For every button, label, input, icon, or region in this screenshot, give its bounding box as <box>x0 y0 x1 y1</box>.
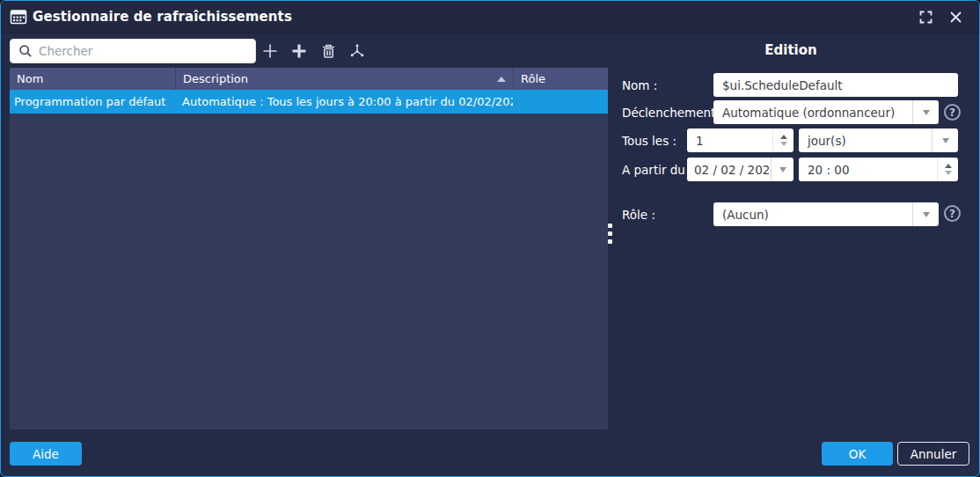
arrow-up-icon[interactable] <box>945 164 952 168</box>
nom-input[interactable] <box>713 77 958 93</box>
stepper-arrows[interactable] <box>772 128 794 152</box>
add-bold-icon[interactable] <box>289 40 310 62</box>
search-box[interactable] <box>10 39 256 63</box>
edition-panel-title: Edition <box>617 42 965 58</box>
role-value: (Aucun) <box>713 208 912 222</box>
table-row-selected[interactable]: Programmation par défaut Automatique : T… <box>10 90 608 114</box>
cell-role <box>513 90 608 114</box>
annuler-button[interactable]: Annuler <box>897 442 969 466</box>
list-toolbar <box>260 39 368 63</box>
declenchement-select[interactable]: Automatique (ordonnanceur) <box>713 100 939 124</box>
add-icon[interactable] <box>260 40 281 62</box>
actions-hub-icon[interactable] <box>347 40 368 62</box>
table-header: Nom Description Rôle <box>10 68 608 90</box>
role-label: Rôle : <box>622 208 655 222</box>
role-help-icon[interactable]: ? <box>944 205 961 222</box>
calendar-icon <box>10 8 27 26</box>
cell-nom: Programmation par défaut <box>10 90 175 114</box>
sort-asc-icon <box>497 77 506 82</box>
tous-les-label: Tous les : <box>622 134 676 148</box>
declenchement-help-icon[interactable]: ? <box>944 104 961 121</box>
column-header-role[interactable]: Rôle <box>513 68 608 90</box>
window-title: Gestionnaire de rafraîchissements <box>33 9 292 25</box>
chevron-down-icon[interactable] <box>771 158 794 181</box>
column-label: Nom <box>17 72 43 85</box>
nom-field[interactable] <box>713 73 958 97</box>
cell-description: Automatique : Tous les jours à 20:00 à p… <box>175 90 513 114</box>
unit-select[interactable]: jour(s) <box>799 128 958 152</box>
close-button[interactable] <box>944 6 967 27</box>
nom-label: Nom : <box>622 78 657 92</box>
ok-button[interactable]: OK <box>822 442 893 466</box>
delete-trash-icon[interactable] <box>318 40 339 62</box>
time-stepper[interactable]: 20 : 00 <box>799 158 958 181</box>
a-partir-du-label: A partir du : <box>622 163 693 177</box>
role-select[interactable]: (Aucun) <box>713 202 939 226</box>
titlebar: Gestionnaire de rafraîchissements <box>1 1 979 33</box>
unit-value: jour(s) <box>799 134 932 148</box>
date-value: 02 / 02 / 2024 <box>687 163 771 177</box>
refresh-manager-dialog: Gestionnaire de rafraîchissements <box>0 0 980 477</box>
time-value: 20 : 00 <box>799 163 937 177</box>
search-input[interactable] <box>39 40 255 62</box>
date-picker[interactable]: 02 / 02 / 2024 <box>687 158 794 181</box>
declenchement-label: Déclenchement : <box>622 106 723 120</box>
arrow-up-icon[interactable] <box>780 135 787 139</box>
declenchement-value: Automatique (ordonnanceur) <box>713 106 912 120</box>
chevron-down-icon[interactable] <box>932 128 958 152</box>
maximize-button[interactable] <box>914 6 937 27</box>
arrow-down-icon[interactable] <box>945 171 952 175</box>
search-icon <box>18 44 33 58</box>
column-header-description[interactable]: Description <box>175 68 513 90</box>
interval-value: 1 <box>687 134 772 148</box>
column-header-nom[interactable]: Nom <box>10 68 175 90</box>
column-label: Description <box>183 72 248 85</box>
arrow-down-icon[interactable] <box>780 142 787 146</box>
stepper-arrows[interactable] <box>937 158 958 181</box>
interval-stepper[interactable]: 1 <box>687 128 794 152</box>
chevron-down-icon[interactable] <box>912 202 939 226</box>
column-label: Rôle <box>521 72 545 85</box>
chevron-down-icon[interactable] <box>912 100 939 124</box>
schedules-table: Nom Description Rôle Programmation par d… <box>10 68 608 429</box>
aide-button[interactable]: Aide <box>10 442 82 466</box>
panel-splitter-handle[interactable] <box>607 224 613 253</box>
